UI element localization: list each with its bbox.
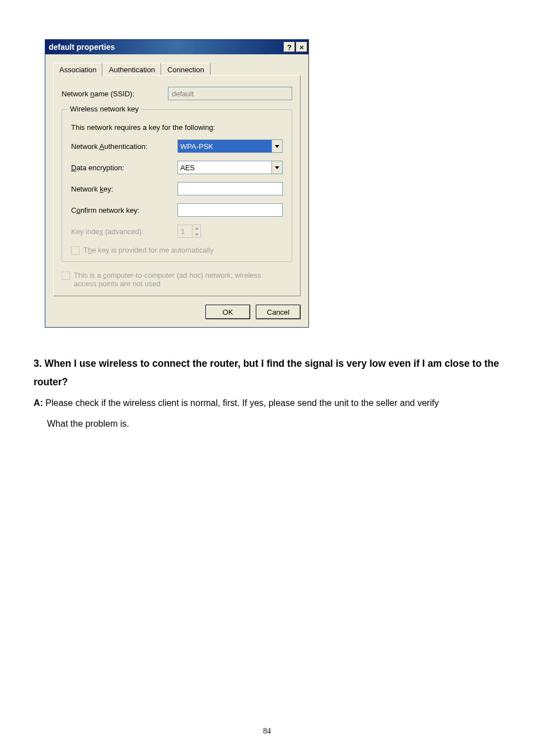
encrypt-label: Data encryption: [71, 164, 177, 172]
key-index-label: Key index (advanced): [71, 227, 177, 236]
auth-dropdown[interactable]: WPA-PSK [177, 139, 283, 153]
tab-label: Authentication [109, 66, 154, 74]
ssid-input[interactable]: default [168, 87, 292, 100]
chevron-down-icon [271, 140, 282, 152]
answer-prefix: A: [34, 398, 43, 408]
answer-line: A: Please check if the wireless client i… [34, 395, 500, 410]
help-button[interactable]: ? [284, 42, 295, 52]
cancel-label: Cancel [267, 308, 289, 316]
dialog-window: default properties ? × Association Authe… [45, 39, 309, 328]
confirm-key-input[interactable] [177, 203, 283, 217]
adhoc-label: This is a computer-to-computer (ad hoc) … [74, 271, 281, 288]
tab-panel-association: Network name (SSID): default Wireless ne… [53, 75, 301, 296]
tab-label: Connection [167, 66, 204, 74]
answer-line-2: What the problem is. [47, 416, 500, 431]
question-heading: 3. When I use wireless to connect the ro… [34, 354, 500, 392]
chevron-down-icon [271, 161, 282, 174]
encrypt-value: AES [178, 161, 271, 174]
tab-strip: Association Authentication Connection [53, 62, 301, 76]
spin-up-icon [193, 225, 200, 231]
wireless-key-group: Wireless network key This network requir… [62, 109, 292, 262]
auto-key-checkbox: The key is provided for me automatically [71, 246, 283, 255]
spin-down-icon [193, 231, 200, 237]
confirm-key-label: Confirm network key: [71, 206, 177, 214]
doc-text: 3. When I use wireless to connect the ro… [34, 354, 500, 431]
auto-key-label: The key is provided for me automatically [83, 246, 214, 254]
ok-label: OK [223, 308, 233, 316]
encrypt-dropdown[interactable]: AES [177, 161, 283, 174]
tab-label: Association [59, 66, 96, 74]
tab-connection[interactable]: Connection [161, 63, 210, 76]
auth-label: Network Authentication: [71, 142, 177, 151]
titlebar-buttons: ? × [284, 42, 307, 52]
tab-authentication[interactable]: Authentication [102, 63, 161, 76]
ok-button[interactable]: OK [205, 305, 250, 319]
adhoc-checkbox: This is a computer-to-computer (ad hoc) … [62, 271, 292, 288]
checkbox-icon [62, 272, 70, 280]
ssid-value: default [172, 90, 194, 98]
auth-value: WPA-PSK [178, 140, 271, 152]
group-description: This network requires a key for the foll… [71, 123, 283, 132]
ssid-label: Network name (SSID): [62, 90, 168, 98]
checkbox-icon [71, 246, 79, 255]
answer-text-1: Please check if the wireless client is n… [45, 398, 439, 408]
dialog-buttons: OK Cancel [53, 305, 301, 319]
cancel-button[interactable]: Cancel [256, 305, 301, 319]
group-title: Wireless network key [68, 105, 141, 113]
key-input[interactable] [177, 182, 283, 195]
titlebar: default properties ? × [45, 40, 308, 54]
page-number: 84 [0, 727, 534, 736]
close-icon: × [299, 44, 304, 51]
key-index-spinner: 1 [177, 225, 201, 238]
close-button[interactable]: × [296, 42, 307, 52]
help-icon: ? [287, 44, 292, 51]
dialog-body: Association Authentication Connection Ne… [45, 54, 308, 327]
tab-association[interactable]: Association [53, 63, 102, 76]
key-label: Network key: [71, 185, 177, 193]
key-index-value: 1 [178, 225, 193, 237]
window-title: default properties [49, 43, 115, 52]
